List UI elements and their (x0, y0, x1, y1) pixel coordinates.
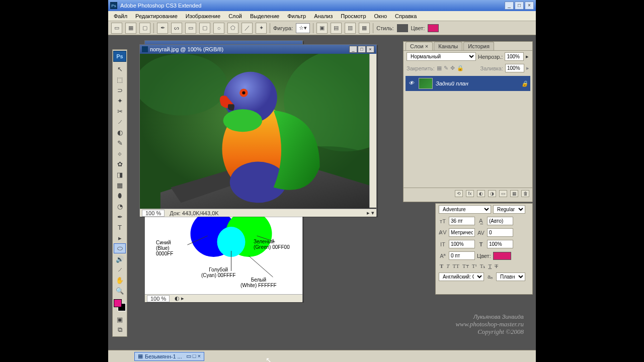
font-style-select[interactable]: Regular (493, 205, 525, 214)
move-tool[interactable]: ↖ (114, 64, 126, 74)
menu-file[interactable]: Файл (110, 12, 131, 20)
language-select[interactable]: Английский: С... (439, 273, 484, 281)
font-family-select[interactable]: Adventure (439, 205, 491, 214)
menu-layer[interactable]: Слой (225, 12, 246, 20)
blur-tool[interactable]: ⬮ (114, 191, 126, 201)
delete-icon[interactable]: 🗑 (521, 190, 529, 197)
layers-panel[interactable]: Слои × Каналы История Нормальный Непрозр… (403, 41, 533, 202)
eyedropper-tool[interactable]: ⟋ (114, 264, 126, 275)
link-layers-icon[interactable]: ⟲ (455, 190, 463, 197)
menu-select[interactable]: Выделение (247, 12, 283, 20)
menu-analysis[interactable]: Анализ (310, 12, 336, 20)
hscale-input[interactable] (487, 240, 513, 248)
opacity-input[interactable] (505, 52, 524, 61)
underline-button[interactable]: T (488, 263, 492, 269)
group-icon[interactable]: ▭ (499, 190, 507, 197)
mask-icon[interactable]: ◐ (477, 190, 485, 197)
tab-layers[interactable]: Слои × (406, 42, 433, 50)
custom-shape-icon[interactable]: ✦ (256, 23, 267, 34)
style-swatch[interactable] (397, 24, 408, 32)
shape-tool[interactable]: ⬭ (114, 243, 126, 253)
path-select-tool[interactable]: ▸ (114, 233, 126, 243)
superscript-button[interactable]: T¹ (472, 263, 477, 269)
taskbar-controls[interactable]: ▭ □ × (186, 353, 201, 359)
lasso-tool[interactable]: ⊃ (114, 85, 126, 95)
menu-view[interactable]: Просмотр (337, 12, 369, 20)
menu-edit[interactable]: Редактирование (132, 12, 181, 20)
doc-close-button[interactable]: × (366, 46, 374, 53)
fx-icon[interactable]: fx (466, 190, 474, 197)
tracking-input[interactable] (487, 228, 513, 237)
notes-tool[interactable]: 🔊 (114, 254, 126, 264)
new-layer-icon[interactable]: ▦ (510, 190, 518, 197)
roundrect-shape-icon[interactable]: ▢ (199, 23, 210, 34)
doc-minimize-button[interactable]: _ (349, 46, 357, 53)
doc-parrot-titlebar[interactable]: попугай.jpg @ 100% (RGB/8) _ □ × (140, 45, 376, 54)
brush-tool[interactable]: ✎ (114, 138, 126, 148)
tab-channels[interactable]: Каналы (434, 42, 462, 50)
stamp-tool[interactable]: ⟐ (114, 148, 126, 158)
maximize-button[interactable]: □ (515, 2, 524, 10)
font-size-input[interactable] (449, 217, 475, 225)
quickmask-toggle[interactable]: ▣ (114, 314, 126, 324)
polygon-shape-icon[interactable]: ⬠ (227, 23, 238, 34)
fill-input[interactable] (505, 64, 524, 72)
lock-paint-icon[interactable]: ✎ (444, 65, 448, 71)
menu-filter[interactable]: Фильтр (284, 12, 309, 20)
paths-button[interactable]: ▢ (139, 23, 150, 34)
color-swatch[interactable] (428, 24, 439, 32)
smallcaps-button[interactable]: Tᴛ (462, 263, 469, 269)
type-tool[interactable]: T (114, 222, 126, 232)
opacity-flyout[interactable]: ▸ (526, 53, 529, 60)
line-shape-icon[interactable]: ／ (242, 23, 253, 34)
pen-icon[interactable]: ✒ (157, 23, 168, 34)
blend-mode-select[interactable]: Нормальный (407, 52, 476, 61)
combine-subtract-icon[interactable]: ▤ (331, 23, 342, 34)
shape-layers-button[interactable]: ▦ (125, 23, 136, 34)
visibility-icon[interactable]: 👁 (409, 80, 416, 87)
doc-parrot-window[interactable]: попугай.jpg @ 100% (RGB/8) _ □ × (139, 44, 377, 216)
doc-maximize-button[interactable]: □ (358, 46, 366, 53)
bold-button[interactable]: T (440, 263, 443, 269)
lock-all-icon[interactable]: 🔒 (457, 65, 464, 71)
healing-tool[interactable]: ◐ (114, 127, 126, 137)
taskbar-doc-button[interactable]: ▦ Безымянн-1 ... ▭ □ × (134, 352, 204, 361)
baseline-input[interactable] (449, 251, 475, 260)
allcaps-button[interactable]: TT (452, 263, 459, 269)
rect-shape-icon[interactable]: ▭ (185, 23, 196, 34)
menu-image[interactable]: Изображение (182, 12, 224, 20)
zoom-value[interactable]: 100 % (142, 210, 165, 217)
title-bar[interactable]: Ps Adobe Photoshop CS3 Extended _ □ × (108, 0, 536, 11)
dodge-tool[interactable]: ◔ (114, 201, 126, 211)
character-panel[interactable]: Adventure Regular тТ А̲ A̷V AV IT T (435, 203, 533, 295)
ellipse-shape-icon[interactable]: ○ (213, 23, 224, 34)
slice-tool[interactable]: ⟋ (114, 117, 126, 127)
pen-tool[interactable]: ✒ (114, 212, 126, 222)
close-button[interactable]: × (525, 2, 534, 10)
scroll-arrows[interactable]: ▸ ▾ (367, 210, 374, 216)
layer-name[interactable]: Задний план (436, 80, 468, 86)
zoom-tool[interactable]: 🔍 (114, 286, 126, 296)
kerning-input[interactable] (449, 228, 475, 237)
fill-flyout[interactable]: ▸ (526, 65, 529, 71)
history-brush-tool[interactable]: ✿ (114, 159, 126, 169)
subscript-button[interactable]: T₁ (480, 263, 486, 269)
lock-pixels-icon[interactable]: ▦ (437, 65, 442, 71)
menu-window[interactable]: Окно (371, 12, 391, 20)
char-color-swatch[interactable] (493, 252, 511, 260)
wand-tool[interactable]: ✦ (114, 96, 126, 106)
adjustment-icon[interactable]: ◑ (488, 190, 496, 197)
minimize-button[interactable]: _ (505, 2, 514, 10)
tab-history[interactable]: История (463, 42, 494, 50)
vscale-input[interactable] (449, 240, 475, 248)
eraser-tool[interactable]: ◨ (114, 169, 126, 179)
combine-add-icon[interactable]: ▣ (316, 23, 328, 34)
crop-tool[interactable]: ✂ (114, 106, 126, 116)
doc-parrot-canvas[interactable] (140, 54, 376, 209)
zoom-value[interactable]: 100 % (147, 295, 170, 302)
strike-button[interactable]: T (495, 263, 498, 269)
lock-position-icon[interactable]: ✥ (450, 65, 455, 71)
tool-preset-button[interactable]: ▭ (111, 23, 122, 34)
screenmode-toggle[interactable]: ⧉ (114, 325, 126, 335)
shape-picker[interactable]: ☆▾ (296, 23, 310, 33)
